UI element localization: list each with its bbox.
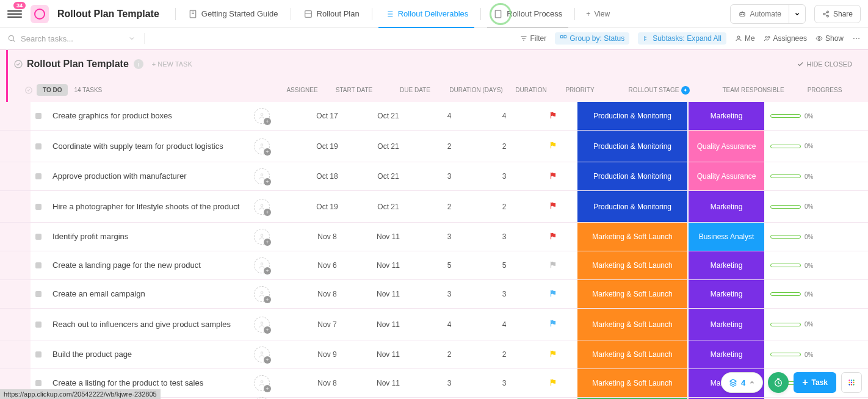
progress-cell[interactable]: 0%	[764, 321, 825, 328]
col-stage[interactable]: ROLLOUT STAGE ✦	[604, 86, 714, 95]
selection-pill[interactable]: 4	[721, 372, 763, 393]
duration-cell[interactable]: 4	[480, 320, 529, 329]
duration-days-cell[interactable]: 3	[419, 172, 480, 181]
task-name[interactable]: Create graphics for product boxes	[52, 110, 254, 121]
status-square[interactable]	[35, 113, 42, 119]
stage-tag[interactable]: Production & Monitoring	[577, 102, 687, 130]
avatar-placeholder[interactable]	[254, 199, 270, 215]
status-square[interactable]	[35, 234, 42, 240]
assignee-cell[interactable]	[254, 138, 297, 154]
duration-days-cell[interactable]: 3	[419, 290, 480, 298]
team-tag[interactable]: Marketing	[689, 309, 764, 340]
start-date-cell[interactable]: Nov 9	[297, 350, 358, 359]
filter-button[interactable]: Filter	[520, 34, 546, 43]
more-button[interactable]	[852, 34, 861, 43]
start-date-cell[interactable]: Oct 17	[297, 112, 358, 120]
task-name[interactable]: Reach out to influencers and give produc…	[52, 319, 254, 330]
show-button[interactable]: Show	[816, 34, 844, 43]
hide-closed-button[interactable]: HIDE CLOSED	[797, 60, 852, 68]
assignee-cell[interactable]	[254, 317, 297, 332]
avatar-placeholder[interactable]	[254, 317, 270, 332]
duration-days-cell[interactable]: 3	[419, 232, 480, 241]
me-button[interactable]: Me	[735, 34, 755, 43]
priority-cell[interactable]	[529, 141, 577, 151]
due-date-cell[interactable]: Oct 21	[358, 112, 419, 120]
team-tag[interactable]: Quality Assurance	[689, 162, 764, 190]
duration-cell[interactable]: 2	[480, 350, 529, 359]
duration-cell[interactable]: 3	[480, 172, 529, 181]
due-date-cell[interactable]: Nov 11	[358, 232, 419, 241]
priority-cell[interactable]	[529, 201, 577, 212]
task-name[interactable]: Create a landing page for the new produc…	[52, 260, 254, 271]
duration-days-cell[interactable]: 4	[419, 320, 480, 329]
task-row[interactable]: Hire a photographer for lifestyle shoots…	[0, 191, 868, 223]
progress-cell[interactable]: 0%	[764, 262, 825, 269]
status-square[interactable]	[35, 262, 42, 268]
avatar-placeholder[interactable]	[254, 257, 270, 273]
priority-cell[interactable]	[529, 171, 577, 182]
assignee-cell[interactable]	[254, 199, 297, 215]
priority-cell[interactable]	[529, 261, 577, 271]
col-start[interactable]: START DATE	[324, 87, 385, 93]
duration-cell[interactable]: 3	[480, 290, 529, 298]
start-date-cell[interactable]: Nov 7	[297, 320, 358, 329]
task-name[interactable]: Build the product page	[52, 349, 254, 360]
start-date-cell[interactable]: Nov 8	[297, 379, 358, 387]
duration-cell[interactable]: 3	[480, 232, 529, 241]
duration-days-cell[interactable]: 2	[419, 203, 480, 211]
stage-tag[interactable]: Marketing & Soft Launch	[577, 369, 687, 397]
share-button[interactable]: Share	[814, 5, 861, 23]
start-date-cell[interactable]: Oct 19	[297, 142, 358, 151]
start-date-cell[interactable]: Nov 6	[297, 261, 358, 270]
task-name[interactable]: Create an email campaign	[52, 289, 254, 300]
stage-tag[interactable]: Marketing & Soft Launch	[577, 251, 687, 279]
col-progress[interactable]: PROGRESS	[791, 87, 852, 93]
status-chip[interactable]: TO DO	[37, 84, 68, 96]
menu-toggle[interactable]: 34	[7, 7, 22, 21]
progress-cell[interactable]: 0%	[764, 203, 825, 210]
assignee-cell[interactable]	[254, 397, 297, 400]
avatar-placeholder[interactable]	[254, 108, 270, 124]
tab-guide[interactable]: Getting Started Guide	[182, 1, 284, 27]
due-date-cell[interactable]: Nov 11	[358, 290, 419, 298]
automate-button[interactable]: Automate	[731, 5, 789, 23]
progress-cell[interactable]: 0%	[764, 291, 825, 298]
task-row[interactable]: Reach out to influencers and give produc…	[0, 309, 868, 340]
task-name[interactable]: Coordinate with supply team for product …	[52, 141, 254, 152]
add-view-button[interactable]: + View	[581, 10, 615, 18]
timer-button[interactable]	[768, 372, 789, 393]
team-tag[interactable]: Marketing	[689, 102, 764, 130]
duration-cell[interactable]: 5	[480, 261, 529, 270]
team-tag[interactable]: Business Analyst	[689, 223, 764, 251]
task-row[interactable]: Create an email campaign Nov 8 Nov 11 3 …	[0, 280, 868, 309]
collapse-icon[interactable]	[13, 59, 23, 69]
workspace-logo[interactable]	[31, 5, 49, 23]
progress-cell[interactable]: 0%	[764, 351, 825, 358]
assignee-cell[interactable]	[254, 168, 297, 184]
task-name[interactable]: Approve production with manufacturer	[52, 171, 254, 182]
progress-cell[interactable]: 0%	[764, 143, 825, 149]
assignee-cell[interactable]	[254, 286, 297, 302]
priority-cell[interactable]	[529, 350, 577, 360]
start-date-cell[interactable]: Nov 8	[297, 290, 358, 298]
duration-days-cell[interactable]: 2	[419, 350, 480, 359]
due-date-cell[interactable]: Nov 11	[358, 350, 419, 359]
team-tag[interactable]: Marketing	[689, 191, 764, 222]
duration-days-cell[interactable]: 3	[419, 379, 480, 387]
avatar-placeholder[interactable]	[254, 286, 270, 302]
avatar-placeholder[interactable]	[254, 168, 270, 184]
col-assignee[interactable]: ASSIGNEE	[281, 87, 324, 93]
apps-button[interactable]	[841, 372, 862, 393]
assignee-cell[interactable]	[254, 347, 297, 362]
info-icon[interactable]: i	[134, 59, 143, 69]
search-input[interactable]: Search tasks...	[7, 34, 136, 43]
progress-cell[interactable]: 0%	[764, 113, 825, 120]
assignee-cell[interactable]	[254, 375, 297, 391]
stage-tag[interactable]: Marketing & Soft Launch	[577, 340, 687, 368]
status-square[interactable]	[35, 380, 42, 386]
team-tag[interactable]: Quality Assurance	[689, 131, 764, 162]
priority-cell[interactable]	[529, 232, 577, 242]
assignees-button[interactable]: Assignees	[764, 34, 807, 43]
tab-process[interactable]: Rollout Process	[487, 1, 568, 27]
avatar-placeholder[interactable]	[254, 347, 270, 362]
